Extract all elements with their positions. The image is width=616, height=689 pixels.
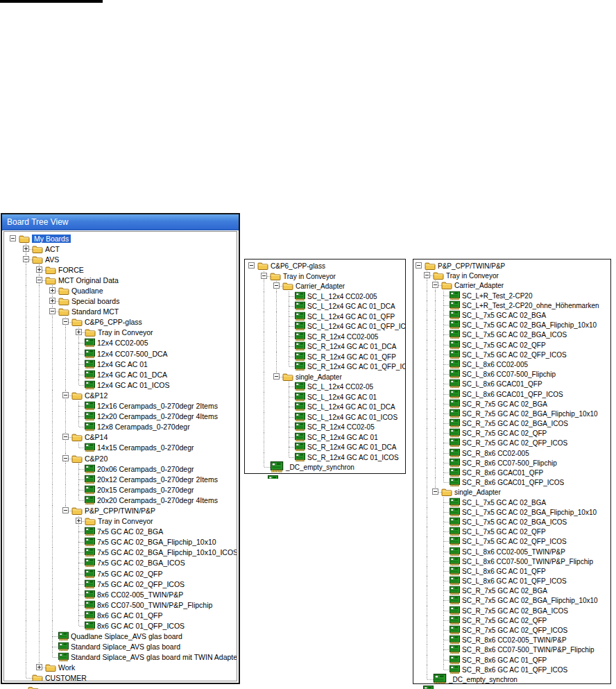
tree-item-label[interactable]: SC_L_8x6 GCAC01_QFP_ICOS (462, 390, 563, 398)
tree-item-label[interactable]: 7x5 GC AC 02_BGA_ICOS (97, 559, 185, 567)
tree-item-label[interactable]: SC_R_7x5 GC AC 02_BGA_Flipchip_10x10 (462, 409, 598, 417)
tree-item-label[interactable]: SC_R_7x5 GC AC 02_BGA_Flipchip_10x10 (462, 597, 598, 604)
tree-node-board[interactable]: SC_R_12x4 GC AC 01_QFP_ICOS (245, 361, 405, 372)
tree-node-board[interactable]: SC_L_7x5 GC AC 02_QFP_ICOS (413, 536, 610, 546)
tree-item-label[interactable]: Carrier_Adapter (454, 282, 504, 289)
tree-node-board[interactable]: SC_L_12x4 GC AC 01_QFP (245, 312, 405, 322)
tree-item-label[interactable]: SC_L_7x5 GC AC 02_QFP (462, 341, 546, 348)
tree-node-board[interactable]: SC_L_8x6 CC07-500_TWIN/P&P_Flipchip (413, 556, 610, 566)
tree-node-board[interactable]: SC_L_8x6 CC07-500_Flipchip (413, 369, 610, 379)
tree-item-label[interactable]: Quadlane (71, 287, 103, 295)
tree-node-board[interactable]: SC_R_8x6 CC07-500_Flipchip (413, 458, 610, 468)
tree-item-label[interactable]: 12x16 Cerampads_0-270degr 2Items (97, 402, 218, 410)
tree-item-label[interactable]: SC_R_12x4 CC02-005 (307, 332, 378, 340)
tree-node-board[interactable]: SC_L_8x6 GCAC01_QFP (413, 379, 610, 389)
tree-item-label[interactable]: _DC_empty_synchron (286, 463, 354, 471)
tree-node-board[interactable]: 12x4 GC AC 01 (4, 359, 237, 369)
tree-item-label[interactable]: SC_L+R_Test_2-CP20_ohne_Höhenmarken (462, 301, 599, 309)
tree-node-folder[interactable]: single_Adapter (245, 372, 405, 382)
tree-node-folder[interactable]: FORCE (4, 264, 237, 275)
tree-item-label[interactable]: SC_R_12x4 GC AC 01 (307, 433, 378, 441)
tree-item-label[interactable]: MCT Original Data (58, 276, 119, 284)
tree-item-label[interactable]: 12x8 Cerampads_0-270degr (97, 423, 190, 431)
tree-item-label[interactable]: SC_L_8x6 CC02-005_TWIN/P&P (462, 547, 565, 555)
collapse-minus-icon[interactable] (424, 272, 430, 278)
tree-item-label[interactable]: SC_L_7x5 GC AC 02_QFP (462, 528, 546, 536)
tree-node-folder[interactable]: My Boards (4, 233, 237, 244)
tree-item-label[interactable]: Carrier_Adapter (296, 282, 345, 290)
tree-item-label[interactable]: 12x4 GC AC 01 (97, 360, 148, 368)
tree-node-folder[interactable]: P&P_CPP/TWIN/P&P (4, 505, 237, 516)
tree-item-label[interactable]: 12x20 Cerampads_0-270degr 4Items (97, 412, 218, 420)
tree-item-label[interactable]: SC_R_8x6 CC02-005_TWIN/P&P (462, 636, 567, 644)
tree-item-label[interactable]: AVS (45, 255, 59, 264)
tree-item-label[interactable]: P&P_CPP/TWIN/P&P (438, 262, 505, 270)
tree-item-label[interactable]: SC_R_7x5 GC AC 02_BGA (462, 400, 547, 407)
tree-node-folder[interactable]: C&P14 (4, 432, 237, 443)
tree-item-label[interactable]: single_Adapter (296, 373, 342, 380)
tree-item-label[interactable]: SC_R_8x6 GC AC 01_QFP (462, 656, 547, 663)
tree-node-board[interactable]: SC_L_8x6 CC02-005 (413, 359, 610, 369)
tree-item-label[interactable]: C&P12 (85, 391, 108, 400)
tree-node-folder[interactable]: Work (4, 663, 237, 673)
tree-item-label[interactable]: SC_L_12x4 GC AC 01_QFP (307, 312, 395, 320)
tree-item-label[interactable]: 7x5 GC AC 02_BGA_Flipchip_10x10_ICOS (97, 548, 237, 556)
tree-item-label[interactable]: 12x4 GC AC 01_DCA (97, 371, 167, 379)
tree-node-board[interactable]: Quadlane Siplace_AVS glas board (4, 631, 237, 642)
tree-node-board[interactable]: 20x06 Cerampads_0-270degr (4, 463, 237, 474)
tree-node-board[interactable]: SC_R_12x4 GC AC 01_ICOS (245, 452, 405, 463)
tree-node-board[interactable]: SC_L_7x5 GC AC 02_QFP (413, 527, 610, 536)
tree-item-label[interactable]: SC_R_7x5 GC AC 02_BGA_ICOS (462, 606, 568, 614)
collapse-minus-icon[interactable] (416, 262, 422, 269)
tree-item-label[interactable]: SC_R_8x6 CC07-500_Flipchip (462, 459, 557, 466)
tree-item-label[interactable]: SC_R_12x4 GC AC 01_ICOS (307, 453, 399, 461)
tree-node-board[interactable]: SC_L_8x6 GC AC 01_QFP_ICOS (413, 576, 610, 586)
tree-item-label[interactable]: SC_L_7x5 GC AC 02_BGA_ICOS (462, 331, 567, 339)
tree-item-label[interactable]: C&P14 (85, 433, 108, 441)
tree-node-board[interactable]: SC_R_7x5 GC AC 02_QFP (413, 615, 610, 625)
tree-node-board[interactable]: 12x8 Cerampads_0-270degr (4, 422, 237, 432)
tree-item-label[interactable]: SC_R_7x5 GC AC 02_BGA (462, 587, 547, 595)
expand-plus-icon[interactable] (76, 329, 82, 335)
tree-node-folder[interactable]: P&P_CPP/TWIN/P&P (413, 261, 610, 271)
tree-node-board[interactable]: SC_L_8x6 CC02-005_TWIN/P&P (413, 546, 610, 556)
tree-node-board[interactable]: SC_L_7x5 GC AC 02_BGA_ICOS (413, 330, 610, 339)
tree-item-label[interactable]: SC_R_12x4 CC02-05 (307, 423, 375, 431)
tree-item-label[interactable]: SC_R_7x5 GC AC 02_BGA_ICOS (462, 420, 568, 427)
tree-node-board[interactable]: SC_R_12x4 GC AC 01_DCA (245, 341, 405, 352)
tree-node-board[interactable]: SC_L+R_Test_2-CP20 (413, 291, 610, 300)
tree-node-folder[interactable]: C&P12 (4, 390, 237, 400)
tree-node-folder[interactable]: C&P20 (4, 453, 237, 463)
tree-item-label[interactable]: 8x6 CC02-005_TWIN/P&P (97, 590, 183, 599)
tree-node-board[interactable]: SC_L+R_Test_2-CP20_ohne_Höhenmarken (413, 300, 610, 310)
tree-node-board[interactable]: SC_R_8x6 GC AC 01_QFP (413, 655, 610, 665)
tree-item-label[interactable]: 8x6 GC AC 01_QFP_ICOS (97, 622, 185, 630)
tree-item-label[interactable]: _DC_empty_synchron (449, 675, 517, 683)
tree-item-label[interactable]: SC_L+R_Test_2-CP20 (462, 291, 532, 299)
tree-node-board[interactable]: SC_L_12x4 CC02-05 (245, 382, 405, 392)
tree-node-folder[interactable]: ACT (4, 244, 237, 254)
tree-node-board[interactable]: Standard Siplace_AVS glas board (4, 642, 237, 652)
tree-item-label[interactable]: ACT (45, 245, 60, 253)
tree-node-board[interactable]: SC_L_7x5 GC AC 02_BGA (413, 497, 610, 507)
tree-node-board[interactable]: 7x5 GC AC 02_BGA_Flipchip_10x10_ICOS (4, 547, 237, 558)
tree-item-label[interactable]: SC_L_7x5 GC AC 02_BGA_Flipchip_10x10 (462, 508, 597, 516)
tree-node-folder[interactable]: Special boards (4, 296, 237, 307)
tree-node-board[interactable]: 12x4 GC AC 01_DCA (4, 369, 237, 380)
tree-node-board[interactable]: 8x6 CC07-500_TWIN/P&P_Flipchip (4, 599, 237, 610)
tree-node-board[interactable]: SC_L_7x5 GC AC 02_QFP (413, 340, 610, 350)
tree-item-label[interactable]: SC_R_7x5 GC AC 02_QFP (462, 616, 547, 624)
tree-item-label[interactable]: 20x15 Cerampads_0-270degr (97, 486, 194, 494)
tree-item-label[interactable]: 7x5 GC AC 02_BGA_Flipchip_10x10 (97, 538, 216, 546)
tree-node-folder[interactable]: Tray in Conveyor (245, 271, 405, 282)
tree-node-board[interactable]: _DC_empty_synchron (413, 674, 610, 684)
tree-node-board[interactable]: SC_R_8x6 CC07-500_TWIN/P&P_Flipchip (413, 645, 610, 654)
tree-item-label[interactable]: 12x4 GC AC 01_ICOS (97, 381, 169, 389)
tree-node-board[interactable]: SC_R_8x6 GCAC01_QFP_ICOS (413, 477, 610, 487)
tree-node-board[interactable]: SC_R_7x5 GC AC 02_QFP_ICOS (413, 625, 610, 635)
tree-node-folder[interactable]: AVS (4, 254, 237, 264)
tree-node-board[interactable]: 8x6 CC02-005_TWIN/P&P (4, 589, 237, 599)
collapse-minus-icon[interactable] (49, 308, 55, 314)
tree-item-label[interactable]: 14x15 Cerampads_0-270degr (97, 443, 194, 452)
tree-item-label[interactable]: SC_L_7x5 GC AC 02_BGA (462, 498, 546, 506)
